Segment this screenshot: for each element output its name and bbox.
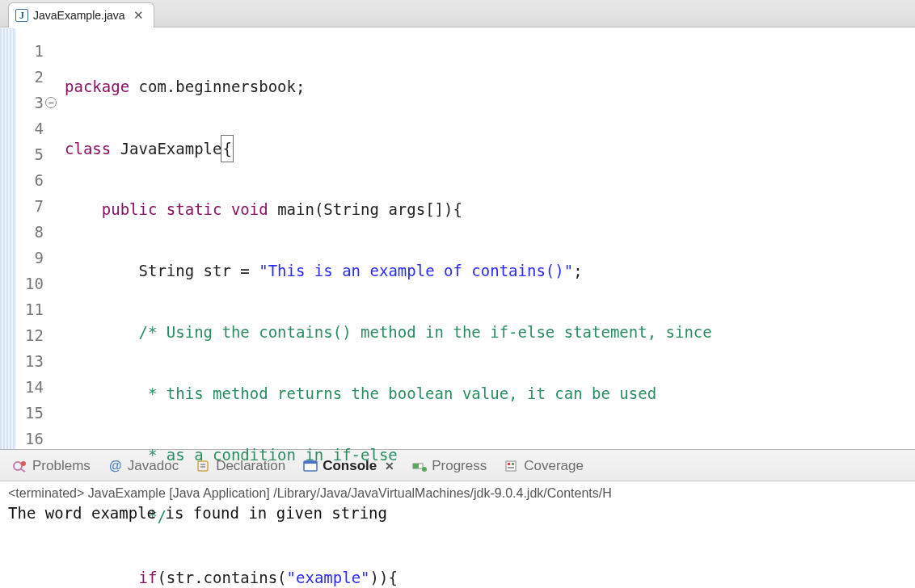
- cursor-box: {: [221, 135, 233, 162]
- view-label: Console: [323, 458, 377, 474]
- tab-console[interactable]: Console ✕: [303, 458, 394, 474]
- line-number: 15: [0, 400, 58, 426]
- coverage-icon: [504, 460, 519, 472]
- line-number: 4: [0, 116, 58, 141]
- line-number: 16: [0, 426, 58, 452]
- console-icon: [303, 460, 318, 472]
- line-number-gutter: 1 2 3 4 5 6 7 8 9 10 11 12 13 14 15 16: [0, 28, 58, 449]
- line-number: 12: [0, 322, 58, 348]
- line-number: 9: [0, 245, 58, 271]
- code-line: if(str.contains("example")){: [58, 565, 915, 588]
- svg-rect-10: [512, 463, 514, 465]
- close-icon[interactable]: ✕: [130, 8, 144, 23]
- line-number: 7: [0, 193, 58, 219]
- svg-rect-9: [508, 463, 510, 465]
- javadoc-icon: @: [108, 460, 123, 472]
- svg-point-0: [14, 462, 22, 470]
- editor-tab-filename: JavaExample.java: [33, 9, 125, 22]
- svg-rect-2: [198, 461, 208, 471]
- view-label: Problems: [32, 458, 91, 474]
- close-icon[interactable]: ✕: [382, 460, 394, 472]
- java-file-icon: J: [15, 9, 28, 22]
- progress-icon: [412, 460, 427, 472]
- declaration-icon: [196, 460, 211, 472]
- code-line: String str = "This is an example of cont…: [58, 258, 915, 284]
- line-number: 3: [0, 90, 58, 116]
- code-area[interactable]: package com.beginnersbook; class JavaExa…: [58, 28, 915, 449]
- view-label: Progress: [432, 458, 487, 474]
- editor-tab-bar: J JavaExample.java ✕: [0, 0, 915, 27]
- line-number: 8: [0, 219, 58, 245]
- view-label: Declaration: [216, 458, 285, 474]
- tab-problems[interactable]: Problems: [13, 458, 91, 474]
- svg-rect-8: [506, 461, 516, 471]
- view-label: Javadoc: [128, 458, 179, 474]
- code-editor[interactable]: 1 2 3 4 5 6 7 8 9 10 11 12 13 14 15 16 p…: [0, 27, 915, 449]
- view-label: Coverage: [524, 458, 584, 474]
- line-number: 5: [0, 141, 58, 167]
- fold-toggle-icon[interactable]: [45, 97, 57, 108]
- editor-tab-javaexample[interactable]: J JavaExample.java ✕: [8, 2, 154, 27]
- line-number: 11: [0, 296, 58, 322]
- tab-javadoc[interactable]: @ Javadoc: [108, 458, 179, 474]
- code-line: class JavaExample{: [58, 135, 915, 161]
- svg-point-1: [21, 461, 26, 466]
- problems-icon: [13, 460, 27, 472]
- svg-rect-6: [413, 464, 419, 468]
- tab-declaration[interactable]: Declaration: [196, 458, 285, 474]
- svg-rect-4: [304, 461, 317, 464]
- line-number: 2: [0, 64, 58, 90]
- line-number: 6: [0, 167, 58, 193]
- line-number: 14: [0, 374, 58, 400]
- code-line: package com.beginnersbook;: [58, 74, 915, 99]
- svg-rect-11: [508, 467, 514, 468]
- code-line: /* Using the contains() method in the if…: [58, 319, 915, 345]
- line-number: 1: [0, 38, 58, 64]
- line-number: 10: [0, 271, 58, 296]
- code-line: * this method returns the boolean value,…: [58, 380, 915, 406]
- code-line: public static void main(String args[]){: [58, 196, 915, 222]
- line-number: 13: [0, 348, 58, 374]
- svg-point-7: [422, 467, 427, 472]
- tab-progress[interactable]: Progress: [412, 458, 487, 474]
- tab-coverage[interactable]: Coverage: [504, 458, 584, 474]
